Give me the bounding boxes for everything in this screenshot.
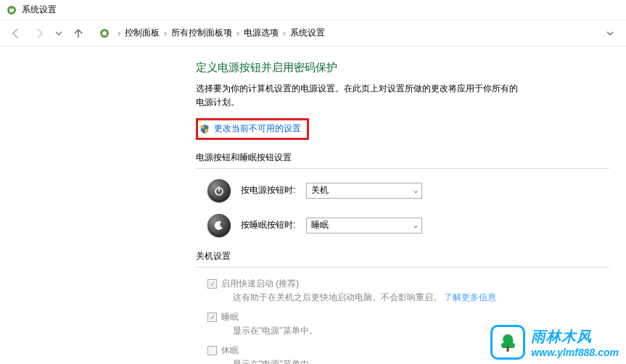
- watermark-logo-icon: [490, 325, 525, 360]
- power-button-dropdown[interactable]: 关机 ⌄: [306, 183, 422, 199]
- breadcrumb-item[interactable]: 电源选项: [244, 27, 279, 39]
- watermark-url: www.ylmf888.com: [531, 347, 619, 358]
- power-button-row: 按电源按钮时: 关机 ⌄: [196, 179, 522, 202]
- content-pane: 定义电源按钮并启用密码保护 选择要为你的计算机设置的电源设置。在此页上对设置所做…: [0, 46, 522, 364]
- breadcrumb: › 控制面板 › 所有控制面板项 › 电源选项 › 系统设置: [93, 27, 596, 39]
- recent-dropdown[interactable]: [54, 25, 64, 42]
- breadcrumb-item[interactable]: 系统设置: [290, 27, 325, 39]
- svg-point-4: [102, 31, 107, 36]
- power-options-icon: [99, 28, 110, 39]
- section-shutdown-settings: 关机设置 启用快速启动 (推荐) 这有助于在关机之后更快地启动电脑。不会影响重启…: [196, 250, 522, 364]
- checkbox-label: 启用快速启动 (推荐): [221, 278, 299, 290]
- chevron-down-icon: ⌄: [413, 186, 419, 194]
- watermark-name: 雨林木风: [531, 327, 619, 347]
- checkbox-sleep: 睡眠 显示在"电源"菜单中。: [196, 311, 522, 337]
- chevron-right-icon: ›: [164, 28, 167, 38]
- checkbox[interactable]: [207, 346, 217, 355]
- titlebar: 系统设置: [0, 0, 626, 20]
- page-description: 选择要为你的计算机设置的电源设置。在此页上对设置所做的更改将应用于你所有的电源计…: [196, 82, 522, 109]
- divider: [196, 168, 609, 169]
- checkbox-fast-startup: 启用快速启动 (推荐) 这有助于在关机之后更快地启动电脑。不会影响重启。 了解更…: [196, 278, 522, 304]
- svg-rect-2: [11, 6, 12, 9]
- svg-rect-6: [218, 186, 220, 191]
- checkbox-label: 休眠: [221, 344, 239, 357]
- checkbox-label: 睡眠: [221, 311, 239, 323]
- chevron-right-icon: ›: [118, 28, 120, 38]
- sleep-button-row: 按睡眠按钮时: 睡眠 ⌄: [196, 214, 522, 237]
- page-title: 定义电源按钮并启用密码保护: [196, 61, 522, 75]
- checkbox[interactable]: [207, 313, 217, 322]
- breadcrumb-item[interactable]: 控制面板: [125, 27, 160, 39]
- checkbox-description: 显示在"电源"菜单中。: [207, 358, 522, 364]
- checkbox-description: 显示在"电源"菜单中。: [207, 325, 522, 337]
- learn-more-link[interactable]: 了解更多信息: [444, 292, 496, 302]
- change-unavailable-settings-link[interactable]: 更改当前不可用的设置: [199, 123, 301, 135]
- sleep-button-dropdown[interactable]: 睡眠 ⌄: [306, 218, 422, 233]
- chevron-right-icon: ›: [236, 28, 239, 38]
- navbar: › 控制面板 › 所有控制面板项 › 电源选项 › 系统设置: [0, 20, 626, 46]
- watermark: 雨林木风 www.ylmf888.com: [490, 325, 619, 360]
- row-label: 按电源按钮时:: [241, 184, 306, 197]
- svg-rect-7: [507, 346, 509, 352]
- power-options-icon: [6, 4, 17, 16]
- forward-button[interactable]: [30, 25, 48, 42]
- sleep-icon: [207, 214, 231, 237]
- divider: [196, 267, 609, 268]
- history-dropdown[interactable]: [601, 25, 619, 42]
- row-label: 按睡眠按钮时:: [241, 219, 306, 231]
- section-power-buttons: 电源按钮和睡眠按钮设置 按电源按钮时: 关机 ⌄ 按睡眠按钮时: 睡眠 ⌄: [196, 152, 522, 237]
- shield-icon: [199, 124, 210, 134]
- dropdown-value: 睡眠: [311, 219, 329, 231]
- checkbox-description: 这有助于在关机之后更快地启动电脑。不会影响重启。 了解更多信息: [207, 291, 522, 304]
- power-icon: [207, 179, 231, 202]
- change-link-label: 更改当前不可用的设置: [214, 123, 301, 135]
- chevron-right-icon: ›: [283, 28, 286, 38]
- chevron-down-icon: ⌄: [413, 221, 419, 229]
- checkbox[interactable]: [207, 279, 217, 289]
- checkbox-hibernate: 休眠 显示在"电源"菜单中。: [196, 344, 522, 364]
- window-title: 系统设置: [22, 4, 57, 16]
- section-title: 关机设置: [196, 250, 522, 264]
- dropdown-value: 关机: [311, 184, 329, 197]
- breadcrumb-item[interactable]: 所有控制面板项: [171, 27, 232, 39]
- back-button[interactable]: [7, 25, 25, 42]
- up-button[interactable]: [70, 25, 87, 42]
- highlight-box: 更改当前不可用的设置: [196, 118, 309, 140]
- section-title: 电源按钮和睡眠按钮设置: [196, 152, 522, 165]
